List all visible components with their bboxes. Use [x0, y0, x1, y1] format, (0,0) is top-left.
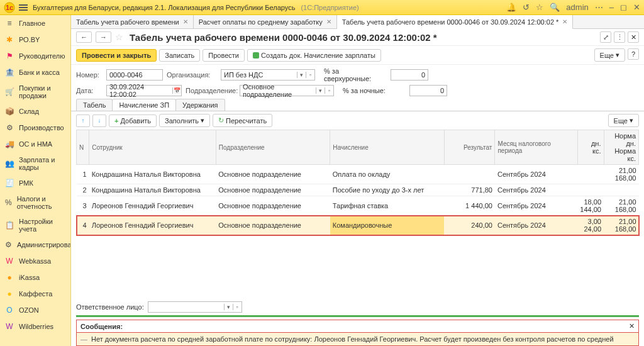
- sidebar-icon: W: [5, 322, 14, 331]
- date-label: Дата:: [76, 87, 103, 94]
- sidebar-icon: ●: [5, 273, 14, 282]
- expand-icon[interactable]: ⤢: [600, 31, 611, 43]
- inner-more-button[interactable]: Еще ▾: [608, 114, 639, 127]
- document-tab[interactable]: Расчет оплаты по среднему заработку✕: [194, 15, 337, 28]
- minimize-icon[interactable]: –: [609, 3, 614, 12]
- sidebar-item[interactable]: 📦Склад: [0, 103, 70, 120]
- sidebar-item[interactable]: 🧾РМК: [0, 175, 70, 191]
- sidebar-icon: 🛒: [5, 87, 14, 96]
- inner-tab[interactable]: Табель: [76, 99, 113, 111]
- bell-icon[interactable]: 🔔: [506, 3, 516, 12]
- status-bar: [76, 315, 639, 317]
- dept-dropdown[interactable]: Основное подразделение▾▫: [240, 85, 334, 96]
- search-icon[interactable]: 🔍: [550, 3, 560, 12]
- resp-dropdown[interactable]: ▾▫: [148, 301, 242, 313]
- help-button[interactable]: ?: [628, 48, 639, 60]
- tab-close-icon[interactable]: ✕: [183, 18, 188, 25]
- sidebar-label: Настройки учета: [19, 218, 65, 233]
- sidebar-label: Производство: [19, 124, 64, 131]
- svg-text:1c: 1c: [6, 4, 13, 11]
- sidebar-item[interactable]: ●iKassa: [0, 269, 70, 286]
- sidebar-icon: 📦: [5, 107, 14, 116]
- overtime-field[interactable]: [391, 69, 428, 81]
- nav-back-button[interactable]: ←: [76, 31, 92, 43]
- sidebar-item[interactable]: ⚙Производство: [0, 120, 70, 136]
- create-doc-button[interactable]: Создать док. Начисление зарплаты: [247, 49, 381, 62]
- messages-panel: Сообщения: ✕ — Нет документа расчета по …: [76, 320, 639, 346]
- sidebar-item[interactable]: 🛒Покупки и продажи: [0, 81, 70, 103]
- sidebar-item[interactable]: 🚚ОС и НМА: [0, 136, 70, 152]
- tab-close-icon[interactable]: ✕: [326, 18, 331, 25]
- sidebar-icon: 🧾: [5, 179, 14, 187]
- more-icon[interactable]: ⋮: [614, 31, 625, 43]
- post-and-close-button[interactable]: Провести и закрыть: [76, 49, 157, 62]
- user-label[interactable]: admin: [566, 3, 588, 12]
- close-icon[interactable]: ✕: [633, 3, 640, 12]
- move-up-button[interactable]: ↑: [76, 114, 90, 127]
- night-label: % за ночные:: [343, 87, 406, 94]
- star-icon[interactable]: ☆: [536, 3, 543, 12]
- document-tab[interactable]: Табель учета рабочего времени 0000-0046 …: [337, 15, 574, 29]
- inner-tab[interactable]: Начисление ЗП: [112, 99, 176, 111]
- inner-tab[interactable]: Удержания: [175, 99, 225, 111]
- tab-close-icon[interactable]: ✕: [562, 18, 567, 25]
- settings-icon[interactable]: ⋯: [595, 3, 603, 12]
- app-logo: 1c: [4, 2, 15, 13]
- sidebar-item[interactable]: ●Каффеста: [0, 286, 70, 302]
- sidebar-icon: ⚑: [5, 52, 14, 60]
- sidebar-icon: 👥: [5, 159, 14, 168]
- org-dropdown[interactable]: ИП без НДС▾▫: [221, 69, 315, 81]
- sidebar-item[interactable]: WWildberries: [0, 318, 70, 335]
- sidebar-item[interactable]: ⚙Администрирование: [0, 237, 70, 253]
- number-label: Номер:: [76, 71, 103, 79]
- org-label: Организация:: [167, 71, 217, 79]
- save-button[interactable]: Записать: [159, 49, 200, 62]
- sidebar-item[interactable]: OOZON: [0, 302, 70, 318]
- sidebar-label: Зарплата и кадры: [19, 156, 65, 171]
- sidebar-item[interactable]: 📋Настройки учета: [0, 214, 70, 237]
- sidebar-item[interactable]: ✱РО.BY: [0, 31, 70, 48]
- resp-label: Ответственное лицо:: [76, 303, 144, 311]
- sidebar-icon: ⚙: [5, 123, 14, 132]
- sidebar-label: iKassa: [19, 274, 40, 281]
- menu-icon[interactable]: [19, 3, 28, 12]
- fill-button[interactable]: Заполнить ▾: [159, 114, 210, 127]
- sidebar-item[interactable]: WWebkassa: [0, 253, 70, 269]
- message-text: Нет документа расчета по средней заработ…: [91, 335, 614, 343]
- sidebar-item[interactable]: ⚑Руководителю: [0, 48, 70, 64]
- document-tab[interactable]: Табель учета рабочего времени✕: [71, 15, 194, 28]
- sidebar-item[interactable]: %Налоги и отчетность: [0, 191, 70, 214]
- favorite-icon[interactable]: ☆: [115, 32, 123, 42]
- message-bullet: —: [80, 335, 87, 343]
- sidebar-icon: ≡: [5, 19, 14, 28]
- close-doc-icon[interactable]: ✕: [628, 31, 639, 43]
- titlebar: 1c Бухгалтерия для Беларуси, редакция 2.…: [0, 0, 644, 15]
- night-field[interactable]: [409, 85, 447, 96]
- messages-close-icon[interactable]: ✕: [629, 322, 635, 330]
- recalc-button[interactable]: ↻ Пересчитать: [213, 114, 272, 127]
- sidebar-item[interactable]: 🏦Банк и касса: [0, 64, 70, 81]
- nav-forward-button[interactable]: →: [96, 31, 111, 43]
- table-row[interactable]: 3Лореонов Геннадий ГеоргиевичОсновное по…: [77, 196, 639, 216]
- post-button[interactable]: Провести: [203, 49, 245, 62]
- accrual-table[interactable]: N Сотрудник Подразделение Начисление Рез…: [76, 130, 639, 235]
- sidebar-item[interactable]: ≡Главное: [0, 15, 70, 31]
- sidebar-label: Банк и касса: [19, 69, 60, 76]
- sidebar-label: РМК: [19, 179, 33, 187]
- move-down-button[interactable]: ↓: [92, 114, 106, 127]
- table-row[interactable]: 4Лореонов Геннадий ГеоргиевичОсновное по…: [77, 216, 639, 235]
- add-button[interactable]: + Добавить: [109, 114, 157, 127]
- sidebar-label: Руководителю: [19, 52, 65, 60]
- maximize-icon[interactable]: ◻: [620, 3, 627, 12]
- dept-label: Подразделение:: [186, 87, 236, 94]
- sidebar-icon: W: [5, 257, 14, 265]
- table-row[interactable]: 2Кондрашина Наталья ВикторовнаОсновное п…: [77, 184, 639, 196]
- sidebar-icon: 📋: [5, 221, 14, 230]
- sidebar-item[interactable]: 👥Зарплата и кадры: [0, 152, 70, 175]
- table-row[interactable]: 1Кондрашина Наталья ВикторовнаОсновное п…: [77, 165, 639, 184]
- date-field[interactable]: 30.09.2024 12:00:02📅: [106, 85, 182, 96]
- sidebar-label: Wildberries: [19, 323, 53, 330]
- number-field[interactable]: [106, 69, 163, 81]
- history-icon[interactable]: ↺: [523, 3, 530, 12]
- more-button[interactable]: Еще ▾: [594, 48, 625, 62]
